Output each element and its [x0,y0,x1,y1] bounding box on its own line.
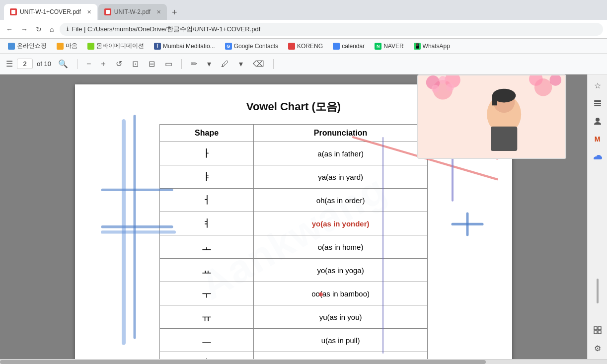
sidebar-layers-icon[interactable] [591,96,605,110]
bookmark-calendar[interactable]: calendar [329,42,369,51]
table-row: ㅜoo(as in bamboo) [160,282,428,305]
tab-label-2: UNIT-W-2.pdf [114,8,151,15]
vowel-shape: ㅛ [160,259,254,282]
bookmark-icon-5: G [225,43,232,50]
reload-button[interactable]: ↻ [34,23,44,35]
vowel-pronunciation: ee(feet) [254,352,428,360]
bookmark-label-9: WhatsApp [423,43,450,50]
video-person [418,75,565,158]
svg-rect-20 [491,127,517,151]
tab-close-2[interactable]: ✕ [156,9,161,15]
pdf-viewer[interactable]: Aankwang [0,74,587,359]
svg-rect-37 [598,331,601,334]
sidebar-office-icon[interactable]: M [591,132,605,146]
tab-icon-1 [10,8,17,15]
vowel-shape: ㅡ [160,329,254,352]
sidebar-expand-icon[interactable] [591,323,605,337]
annotation-dropdown[interactable]: ▾ [204,57,214,71]
fit-page-button[interactable]: ⊡ [129,57,142,71]
bookmark-mumbai-meditation[interactable]: f Mumbai Meditatio... [150,42,219,51]
vowel-pronunciation: a(as in father) [254,142,428,165]
bookmark-label-7: calendar [342,43,365,50]
svg-point-33 [596,118,600,122]
vowel-shape: ㅓ [160,189,254,212]
bookmark-icon-1 [8,43,15,50]
svg-rect-32 [594,105,601,106]
table-header-shape: Shape [160,125,254,142]
bookmark-icon-7 [333,43,340,50]
two-page-button[interactable]: ⊟ [146,57,158,71]
url-text: File | C:/Users/mumba/OneDrive/한글수업/UNIT… [72,25,260,34]
bookmark-koreng[interactable]: KORENG [284,42,327,51]
tab-icon-2 [104,8,111,15]
search-pdf-button[interactable]: 🔍 [55,57,71,71]
tab-unit-w1[interactable]: UNIT-W-1+COVER.pdf ✕ [4,4,97,20]
bookmark-naver[interactable]: N NAVER [371,42,407,51]
menu-icon[interactable]: ☰ [6,59,13,69]
toolbar-separator-2 [181,59,182,69]
tab-unit-w2[interactable]: UNIT-W-2.pdf ✕ [98,4,167,20]
svg-point-29 [432,85,440,93]
sidebar-user-icon[interactable] [591,114,605,128]
bookmark-maum[interactable]: 마음 [53,41,81,51]
bookmark-icon-2 [57,43,64,50]
bookmark-label-4: Mumbai Meditatio... [163,43,215,50]
vowel-shape: ㅕ [160,212,254,235]
table-row: ㅏa(as in father) [160,142,428,165]
new-tab-button[interactable]: + [168,5,181,20]
table-header-pronunciation: Pronunciation [254,125,428,142]
pdf-toolbar: ☰ of 10 🔍 − + ↺ ⊡ ⊟ ▭ ✏ ▾ 🖊 ▾ ⌫ [0,54,607,74]
sidebar-onedrive-icon[interactable] [591,150,605,164]
vowel-pronunciation: oo(as in bamboo) [254,282,428,305]
bookmark-label-2: 마음 [66,42,77,50]
page-number-input[interactable] [17,59,33,69]
sidebar-bookmark-icon[interactable]: ☆ [591,78,605,92]
zoom-out-button[interactable]: − [83,58,94,71]
highlight-button[interactable]: 🖊 [218,58,232,71]
bookmark-label-6: KORENG [297,43,323,50]
url-bar[interactable]: ℹ File | C:/Users/mumba/OneDrive/한글수업/UN… [60,23,603,36]
page-total: of 10 [37,60,51,68]
bookmarks-bar: 온라인쇼핑 마음 몸바이메디데이션 f Mumbai Meditatio... … [0,39,607,54]
annotation-button[interactable]: ✏ [188,57,200,71]
table-row: ㅣee(feet) [160,352,428,360]
presentation-button[interactable]: ▭ [162,57,175,71]
back-button[interactable]: ← [4,23,15,35]
bookmark-google-contacts[interactable]: G Google Contacts [221,42,282,51]
svg-rect-0 [11,10,15,14]
vowel-pronunciation: o(as in home) [254,235,428,259]
bookmark-icon-3 [87,43,94,50]
erase-button[interactable]: ⌫ [250,57,267,71]
bookmark-bombay-meditation[interactable]: 몸바이메디데이션 [83,41,148,51]
home-button[interactable]: ⌂ [48,23,56,35]
zoom-in-button[interactable]: + [98,58,108,71]
vowel-pronunciation: ya(as in yard) [254,165,428,189]
tab-close-1[interactable]: ✕ [87,9,91,15]
bookmark-icon-8: N [375,43,381,50]
toolbar-separator-3 [273,59,274,69]
highlight-dropdown[interactable]: ▾ [236,57,246,71]
vowel-shape: ㅠ [160,305,254,329]
bookmark-label-8: NAVER [383,43,403,50]
forward-button[interactable]: → [19,23,30,35]
vowel-pronunciation: yo(as in yonder) [254,212,428,235]
table-row: ㅗo(as in home) [160,235,428,259]
vowel-shape: ㅜ [160,282,254,305]
svg-point-28 [446,83,454,91]
table-row: ㅕyo(as in yonder) [160,212,428,235]
table-row: ㅠyu(as in you) [160,305,428,329]
vowel-pronunciation: oh(as in order) [254,189,428,212]
bookmark-online-shopping[interactable]: 온라인쇼핑 [4,41,51,51]
scrollbar-thumb [0,360,486,364]
bottom-scrollbar[interactable] [0,359,607,364]
rotate-button[interactable]: ↺ [113,57,125,71]
svg-rect-31 [594,103,601,104]
main-area: Aankwang [0,74,607,359]
scroll-indicator [597,279,599,303]
bookmark-whatsapp[interactable]: 📱 WhatsApp [410,42,454,51]
sidebar-settings-icon[interactable]: ⚙ [591,341,605,355]
video-overlay [417,74,566,159]
svg-point-27 [439,76,447,84]
svg-rect-36 [594,331,597,334]
svg-rect-30 [594,100,601,102]
